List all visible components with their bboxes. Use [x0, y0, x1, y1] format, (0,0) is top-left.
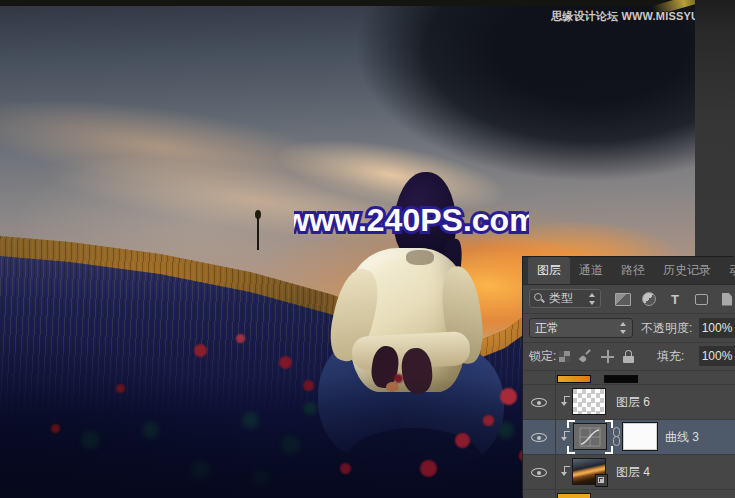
image-icon — [615, 293, 631, 306]
blend-mode-row: 正常 不透明度: 100% — [523, 314, 735, 343]
visibility-eye-icon[interactable] — [531, 465, 547, 479]
visibility-eye-icon[interactable] — [531, 430, 547, 444]
missyuan-watermark: 思缘设计论坛 WWW.MISSYUAN.COM — [551, 9, 695, 24]
filter-adjustment-layers-button[interactable] — [641, 291, 657, 307]
tab-channels[interactable]: 通道 — [570, 257, 612, 284]
opacity-label: 不透明度: — [641, 314, 692, 342]
lock-all-icon[interactable] — [623, 350, 634, 363]
photoshop-workspace: www.240PS.com 思缘设计论坛 WWW.MISSYUAN.COM 图层… — [0, 0, 735, 498]
layers-panel: 图层 通道 路径 历史记录 动作 类型 T 正常 — [523, 257, 735, 498]
eye-cell — [523, 371, 556, 384]
fill-label: 填充: — [657, 343, 684, 370]
gradient-thumbnail-stub — [557, 375, 591, 383]
opacity-value[interactable]: 100% — [699, 318, 735, 338]
lock-position-icon[interactable] — [601, 350, 614, 363]
layer-row-partial-bottom[interactable]: 图层 2 — [523, 490, 735, 498]
240ps-watermark-text: www.240PS.com — [294, 202, 529, 238]
lock-row: 锁定: 填充: 100% — [523, 343, 735, 371]
layers-list: 图层 6 曲线 3 — [523, 371, 735, 498]
eye-cell — [523, 420, 556, 454]
smart-object-icon — [722, 293, 732, 306]
layer-filter-row: 类型 T — [523, 285, 735, 314]
layer-row[interactable]: 图层 6 — [523, 385, 735, 420]
plant-sprig — [257, 214, 259, 250]
eye-cell — [523, 455, 556, 489]
layer-row-partial-top[interactable] — [523, 371, 735, 385]
eye-cell — [523, 385, 556, 419]
fill-value[interactable]: 100% — [699, 346, 735, 366]
tab-actions[interactable]: 动作 — [720, 257, 735, 284]
mask-thumbnail-stub — [604, 375, 638, 383]
layer-row-selected[interactable]: 曲线 3 — [523, 420, 735, 455]
mask-link-icon[interactable] — [613, 427, 621, 446]
layer-name[interactable]: 曲线 3 — [665, 420, 699, 454]
layer-thumbnail[interactable] — [572, 388, 606, 415]
filter-smart-objects-button[interactable] — [719, 291, 735, 307]
tab-layers[interactable]: 图层 — [528, 257, 570, 284]
layer-name[interactable]: 图层 2 — [601, 490, 635, 498]
240ps-watermark: www.240PS.com — [294, 196, 529, 244]
filter-icon-buttons: T — [615, 285, 735, 313]
layer-name[interactable]: 图层 6 — [616, 385, 650, 419]
lock-buttons — [559, 343, 634, 370]
layer-mask-thumbnail[interactable] — [623, 423, 657, 450]
search-icon — [534, 293, 545, 304]
filter-type-label: 类型 — [549, 290, 573, 307]
layer-thumbnail[interactable] — [557, 493, 591, 498]
updown-arrows-icon — [589, 293, 596, 305]
layer-name[interactable]: 图层 4 — [616, 455, 650, 489]
filter-shape-layers-button[interactable] — [693, 291, 709, 307]
blend-mode-select[interactable]: 正常 — [529, 318, 633, 338]
shape-icon — [695, 294, 708, 305]
photo-top-edge — [0, 0, 695, 6]
eye-cell — [523, 490, 556, 498]
filter-pixel-layers-button[interactable] — [615, 291, 631, 307]
selected-thumbnail-brackets — [567, 420, 613, 454]
smart-object-badge-icon — [595, 474, 608, 487]
lock-label: 锁定: — [529, 343, 556, 370]
filter-type-layers-button[interactable]: T — [667, 291, 683, 307]
panel-tab-bar: 图层 通道 路径 历史记录 动作 — [523, 257, 735, 285]
tab-paths[interactable]: 路径 — [612, 257, 654, 284]
updown-arrows-icon — [620, 322, 627, 334]
visibility-eye-icon[interactable] — [531, 395, 547, 409]
layer-thumbnail[interactable] — [572, 458, 606, 485]
tab-history[interactable]: 历史记录 — [654, 257, 720, 284]
person-collar-shadow — [406, 250, 434, 265]
lock-pixels-icon[interactable] — [579, 350, 592, 363]
adjustment-icon — [642, 292, 656, 306]
layer-row[interactable]: 图层 4 — [523, 455, 735, 490]
lock-transparency-icon[interactable] — [559, 351, 570, 362]
clipping-mask-arrow-icon — [561, 396, 571, 408]
clipping-mask-arrow-icon — [561, 466, 571, 478]
filter-type-dropdown[interactable]: 类型 — [529, 289, 601, 308]
blend-mode-value: 正常 — [535, 320, 559, 337]
type-icon: T — [671, 293, 679, 306]
